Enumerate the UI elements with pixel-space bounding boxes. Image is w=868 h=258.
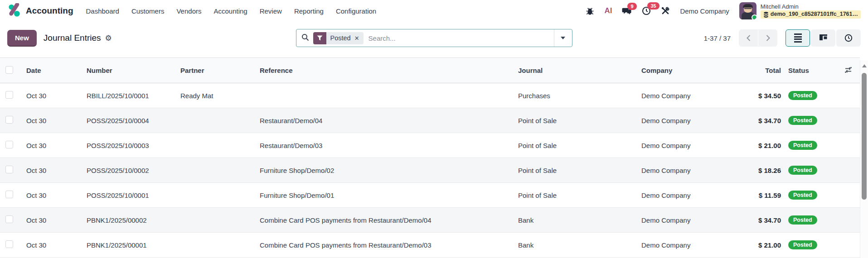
new-button[interactable]: New bbox=[7, 30, 37, 47]
user-menu[interactable]: Mitchell Admin demo_190_c85287101ffc_176… bbox=[739, 2, 861, 19]
ai-icon[interactable]: AI bbox=[604, 6, 612, 15]
scrollbar-thumb[interactable] bbox=[862, 73, 867, 200]
cell-date[interactable]: Oct 30 bbox=[18, 83, 78, 108]
search-facet-posted[interactable]: Posted ✕ bbox=[313, 32, 364, 44]
cell-number[interactable]: POSS/2025/10/0001 bbox=[78, 183, 172, 208]
accounting-app-icon bbox=[7, 3, 21, 19]
table-row[interactable]: Oct 30 PBNK1/2025/00002 Combine Card POS… bbox=[0, 208, 860, 233]
cell-journal[interactable]: Point of Sale bbox=[510, 108, 633, 133]
menu-reporting[interactable]: Reporting bbox=[294, 7, 324, 15]
cell-journal[interactable]: Bank bbox=[510, 233, 633, 258]
table-row[interactable]: Oct 30 POSS/2025/10/0004 Restaurant/Demo… bbox=[0, 108, 860, 133]
cell-reference[interactable] bbox=[252, 83, 510, 108]
cell-company[interactable]: Demo Company bbox=[633, 158, 732, 183]
cell-reference[interactable]: Restaurant/Demo/03 bbox=[252, 133, 510, 158]
actions-gear-icon[interactable]: ⚙ bbox=[105, 33, 112, 43]
menu-vendors[interactable]: Vendors bbox=[176, 7, 201, 15]
cell-journal[interactable]: Purchases bbox=[510, 83, 633, 108]
cell-number[interactable]: POSS/2025/10/0002 bbox=[78, 158, 172, 183]
cell-number[interactable]: PBNK1/2025/00002 bbox=[78, 208, 172, 233]
cell-partner[interactable] bbox=[172, 208, 252, 233]
row-checkbox[interactable] bbox=[5, 215, 13, 223]
vertical-scrollbar[interactable] bbox=[860, 60, 868, 258]
column-header-date[interactable]: Date bbox=[18, 58, 78, 83]
row-checkbox[interactable] bbox=[5, 91, 13, 99]
cell-number[interactable]: PBNK1/2025/00001 bbox=[78, 233, 172, 258]
row-checkbox[interactable] bbox=[5, 240, 13, 248]
cell-number[interactable]: POSS/2025/10/0004 bbox=[78, 108, 172, 133]
cell-number[interactable]: POSS/2025/10/0003 bbox=[78, 133, 172, 158]
select-all-checkbox[interactable] bbox=[5, 66, 13, 74]
cell-partner[interactable] bbox=[172, 158, 252, 183]
cell-date[interactable]: Oct 30 bbox=[18, 158, 78, 183]
messages-icon[interactable]: 9 bbox=[622, 7, 632, 15]
pager-previous-button[interactable] bbox=[739, 29, 758, 47]
cell-number[interactable]: RBILL/2025/10/0001 bbox=[78, 83, 172, 108]
menu-configuration[interactable]: Configuration bbox=[336, 7, 376, 15]
optional-columns-button[interactable] bbox=[836, 58, 860, 83]
cell-reference[interactable]: Combine Card POS payments from Restauran… bbox=[252, 208, 510, 233]
cell-partner[interactable] bbox=[172, 233, 252, 258]
row-checkbox[interactable] bbox=[5, 116, 13, 124]
cell-reference[interactable]: Restaurant/Demo/04 bbox=[252, 108, 510, 133]
status-badge: Posted bbox=[788, 141, 817, 150]
cell-journal[interactable]: Point of Sale bbox=[510, 183, 633, 208]
search-dropdown-toggle[interactable] bbox=[554, 29, 572, 47]
menu-customers[interactable]: Customers bbox=[131, 7, 165, 15]
cell-partner[interactable] bbox=[172, 108, 252, 133]
menu-review[interactable]: Review bbox=[260, 7, 282, 15]
kanban-view-button[interactable] bbox=[811, 29, 835, 47]
table-row[interactable]: Oct 30 POSS/2025/10/0002 Furniture Shop/… bbox=[0, 158, 860, 183]
row-checkbox[interactable] bbox=[5, 141, 13, 148]
view-switcher bbox=[786, 29, 861, 47]
table-row[interactable]: Oct 30 PBNK1/2025/00001 Combine Card POS… bbox=[0, 233, 860, 258]
scroll-up-arrow[interactable] bbox=[862, 64, 867, 67]
cell-journal[interactable]: Bank bbox=[510, 208, 633, 233]
pager-next-button[interactable] bbox=[758, 29, 777, 47]
cell-company[interactable]: Demo Company bbox=[633, 108, 732, 133]
list-view-button[interactable] bbox=[786, 29, 810, 47]
column-header-status[interactable]: Status bbox=[782, 58, 836, 83]
cell-partner[interactable] bbox=[172, 183, 252, 208]
column-header-number[interactable]: Number bbox=[78, 58, 172, 83]
search-input[interactable] bbox=[369, 34, 554, 42]
cell-partner[interactable]: Ready Mat bbox=[172, 83, 252, 108]
cell-reference[interactable]: Combine Card POS payments from Restauran… bbox=[252, 233, 510, 258]
company-switcher[interactable]: Demo Company bbox=[680, 7, 729, 15]
table-row[interactable]: Oct 30 RBILL/2025/10/0001 Ready Mat Purc… bbox=[0, 83, 860, 108]
cell-company[interactable]: Demo Company bbox=[633, 208, 732, 233]
table-row[interactable]: Oct 30 POSS/2025/10/0001 Furniture Shop/… bbox=[0, 183, 860, 208]
cell-reference[interactable]: Furniture Shop/Demo/02 bbox=[252, 158, 510, 183]
activities-clock-icon[interactable]: 35 bbox=[642, 6, 651, 15]
column-header-reference[interactable]: Reference bbox=[252, 58, 510, 83]
search-bar[interactable]: Posted ✕ bbox=[296, 29, 572, 47]
bug-icon[interactable] bbox=[586, 7, 594, 15]
column-header-journal[interactable]: Journal bbox=[510, 58, 633, 83]
table-row[interactable]: Oct 30 POSS/2025/10/0003 Restaurant/Demo… bbox=[0, 133, 860, 158]
apps-menu-button[interactable]: Accounting bbox=[7, 3, 73, 19]
cell-company[interactable]: Demo Company bbox=[633, 233, 732, 258]
tools-icon[interactable] bbox=[661, 6, 670, 15]
cell-company[interactable]: Demo Company bbox=[633, 133, 732, 158]
cell-company[interactable]: Demo Company bbox=[633, 83, 732, 108]
activity-view-button[interactable] bbox=[836, 29, 861, 47]
column-header-partner[interactable]: Partner bbox=[172, 58, 252, 83]
cell-reference[interactable]: Furniture Shop/Demo/01 bbox=[252, 183, 510, 208]
cell-journal[interactable]: Point of Sale bbox=[510, 133, 633, 158]
menu-accounting[interactable]: Accounting bbox=[213, 7, 247, 15]
row-checkbox[interactable] bbox=[5, 191, 13, 198]
cell-date[interactable]: Oct 30 bbox=[18, 208, 78, 233]
cell-date[interactable]: Oct 30 bbox=[18, 108, 78, 133]
cell-date[interactable]: Oct 30 bbox=[18, 183, 78, 208]
cell-journal[interactable]: Point of Sale bbox=[510, 158, 633, 183]
cell-partner[interactable] bbox=[172, 133, 252, 158]
app-name[interactable]: Accounting bbox=[26, 6, 73, 16]
row-checkbox[interactable] bbox=[5, 166, 13, 173]
column-header-total[interactable]: Total bbox=[732, 58, 782, 83]
facet-remove-icon[interactable]: ✕ bbox=[354, 35, 359, 41]
cell-date[interactable]: Oct 30 bbox=[18, 233, 78, 258]
cell-company[interactable]: Demo Company bbox=[633, 183, 732, 208]
menu-dashboard[interactable]: Dashboard bbox=[86, 7, 119, 15]
cell-date[interactable]: Oct 30 bbox=[18, 133, 78, 158]
column-header-company[interactable]: Company bbox=[633, 58, 732, 83]
